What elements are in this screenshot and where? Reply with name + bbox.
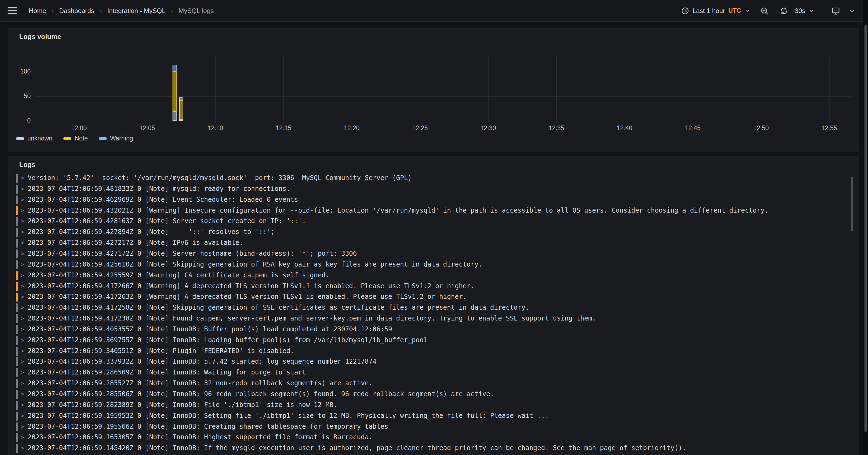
menu-icon[interactable] <box>8 6 18 16</box>
legend-item-unknown[interactable]: unknown <box>16 135 52 142</box>
expand-log-chevron-icon[interactable]: > <box>21 197 24 202</box>
log-row[interactable]: >2023-07-04T12:06:59.432021Z 0 [Warning]… <box>16 205 837 216</box>
breadcrumb-item-home[interactable]: Home <box>29 7 46 14</box>
expand-log-chevron-icon[interactable]: > <box>21 207 24 214</box>
log-row[interactable]: >2023-07-04T12:06:59.337932Z 0 [Note] In… <box>16 357 837 367</box>
grid-vline <box>488 56 489 123</box>
log-row[interactable]: >2023-07-04T12:06:59.417258Z 0 [Note] Sk… <box>16 303 837 314</box>
expand-log-chevron-icon[interactable]: > <box>21 326 24 332</box>
log-level-stripe-note <box>16 314 18 323</box>
expand-log-chevron-icon[interactable]: > <box>21 272 24 278</box>
log-line-text: 2023-07-04T12:06:59.417263Z 0 [Warning] … <box>28 293 467 300</box>
log-row[interactable]: >2023-07-04T12:06:59.285527Z 0 [Note] In… <box>16 378 837 389</box>
x-axis-label: 12:50 <box>746 125 776 132</box>
expand-log-chevron-icon[interactable]: > <box>21 240 24 246</box>
expand-log-chevron-icon[interactable]: > <box>21 229 24 235</box>
breadcrumb-item-dashboards[interactable]: Dashboards <box>59 7 94 14</box>
page-scrollbar-track <box>863 0 868 455</box>
expand-log-chevron-icon[interactable]: > <box>21 348 24 354</box>
log-row[interactable]: >2023-07-04T12:06:59.195566Z 0 [Note] In… <box>16 422 837 432</box>
log-line-text: 2023-07-04T12:06:59.286509Z 0 [Note] Inn… <box>28 368 306 376</box>
log-row[interactable]: >2023-07-04T12:06:59.165305Z 0 [Note] In… <box>16 432 837 443</box>
log-line-text: 2023-07-04T12:06:59.340551Z 0 [Note] Plu… <box>28 347 294 355</box>
log-row[interactable]: >2023-07-04T12:06:59.462969Z 0 [Note] Ev… <box>16 195 837 205</box>
log-row[interactable]: >2023-07-04T12:06:59.425559Z 0 [Warning]… <box>16 270 837 281</box>
log-row[interactable]: >2023-07-04T12:06:59.285506Z 0 [Note] In… <box>16 389 837 400</box>
y-axis-label: 50 <box>8 93 31 100</box>
expand-log-chevron-icon[interactable]: > <box>21 294 24 300</box>
nav-right: Last 1 hour UTC 30s <box>681 5 856 17</box>
expand-log-chevron-icon[interactable]: > <box>21 218 24 224</box>
expand-log-chevron-icon[interactable]: > <box>21 424 24 429</box>
monitor-icon[interactable] <box>831 6 840 15</box>
log-level-stripe-note <box>16 368 18 377</box>
logs-scrollbar-thumb[interactable] <box>851 177 853 231</box>
expand-log-chevron-icon[interactable]: > <box>21 413 24 419</box>
log-level-stripe-note <box>16 174 18 183</box>
legend-item-warning[interactable]: Warning <box>99 135 133 142</box>
y-axis-label: 100 <box>8 68 31 75</box>
log-level-stripe-note <box>16 422 18 431</box>
clock-icon <box>681 7 689 15</box>
expand-log-chevron-icon[interactable]: > <box>21 402 24 408</box>
expand-log-chevron-icon[interactable]: > <box>21 304 24 311</box>
log-line-text: 2023-07-04T12:06:59.427172Z 0 [Note] Ser… <box>28 250 357 257</box>
x-axis-label: 12:20 <box>337 125 367 132</box>
log-row[interactable]: >2023-07-04T12:06:59.145420Z 0 [Note] In… <box>16 443 837 454</box>
breadcrumb-separator: › <box>52 7 54 14</box>
time-range-picker[interactable]: Last 1 hour UTC <box>681 7 750 15</box>
log-level-stripe-note <box>16 379 18 388</box>
refresh-interval-dropdown[interactable]: 30s <box>795 7 814 14</box>
log-row[interactable]: >2023-07-04T12:06:59.195953Z 0 [Note] In… <box>16 411 837 422</box>
log-row[interactable]: >2023-07-04T12:06:59.340551Z 0 [Note] Pl… <box>16 346 837 357</box>
expand-log-chevron-icon[interactable]: > <box>21 251 24 257</box>
bar-segment-unknown <box>173 111 177 121</box>
expand-log-chevron-icon[interactable]: > <box>21 186 24 192</box>
log-row[interactable]: >2023-07-04T12:06:59.481833Z 0 [Note] my… <box>16 184 837 195</box>
expand-log-chevron-icon[interactable]: > <box>21 175 24 181</box>
log-row[interactable]: >2023-07-04T12:06:59.428163Z 0 [Note] Se… <box>16 216 837 227</box>
breadcrumb-item-integration-mysql[interactable]: Integration - MySQL <box>107 7 165 14</box>
log-row[interactable]: >2023-07-04T12:06:59.425610Z 0 [Note] Sk… <box>16 260 837 270</box>
log-level-stripe-note <box>16 325 18 334</box>
expand-log-chevron-icon[interactable]: > <box>21 261 24 267</box>
log-line-text: 2023-07-04T12:06:59.432021Z 0 [Warning] … <box>28 207 769 214</box>
log-line-text: 2023-07-04T12:06:59.417258Z 0 [Note] Ski… <box>28 304 529 311</box>
expand-log-chevron-icon[interactable]: > <box>21 434 24 440</box>
expand-log-chevron-icon[interactable]: > <box>21 391 24 397</box>
expand-log-chevron-icon[interactable]: > <box>21 380 24 386</box>
grid-vline <box>283 56 284 123</box>
log-row[interactable]: >2023-07-04T12:06:59.427172Z 0 [Note] Se… <box>16 249 837 260</box>
log-level-stripe-note <box>16 412 18 421</box>
expand-log-chevron-icon[interactable]: > <box>21 315 24 321</box>
log-row[interactable]: >2023-07-04T12:06:59.405355Z 0 [Note] In… <box>16 324 837 335</box>
timezone-label: UTC <box>728 7 741 14</box>
expand-log-chevron-icon[interactable]: > <box>21 369 24 375</box>
log-row[interactable]: >2023-07-04T12:06:59.417266Z 0 [Warning]… <box>16 281 837 292</box>
expand-log-chevron-icon[interactable]: > <box>21 358 24 364</box>
log-row[interactable]: >2023-07-04T12:06:59.427894Z 0 [Note] - … <box>16 227 837 238</box>
expand-log-chevron-icon[interactable]: > <box>21 337 24 343</box>
refresh-icon[interactable] <box>780 6 788 15</box>
expand-log-chevron-icon[interactable]: > <box>21 283 24 289</box>
expand-log-chevron-icon[interactable]: > <box>21 445 24 451</box>
log-row[interactable]: >2023-07-04T12:06:59.286509Z 0 [Note] In… <box>16 367 837 378</box>
log-row[interactable]: >2023-07-04T12:06:59.369755Z 0 [Note] In… <box>16 335 837 346</box>
log-row[interactable]: >2023-07-04T12:06:59.282389Z 0 [Note] In… <box>16 400 837 411</box>
chevron-down-icon <box>744 8 750 14</box>
chevron-down-icon[interactable] <box>848 7 856 14</box>
log-line-text: 2023-07-04T12:06:59.427217Z 0 [Note] IPv… <box>28 239 243 247</box>
page-scrollbar-thumb[interactable] <box>865 25 867 432</box>
log-row[interactable]: >Version: '5.7.42' socket: '/var/run/mys… <box>16 173 837 184</box>
log-row[interactable]: >2023-07-04T12:06:59.417238Z 0 [Note] Fo… <box>16 314 837 324</box>
log-row[interactable]: >2023-07-04T12:06:59.427217Z 0 [Note] IP… <box>16 238 837 249</box>
panel-title[interactable]: Logs <box>19 161 35 169</box>
zoom-out-icon[interactable] <box>760 6 769 15</box>
legend-item-note[interactable]: Note <box>63 135 88 142</box>
log-line-text: 2023-07-04T12:06:59.462969Z 0 [Note] Eve… <box>28 196 298 203</box>
logs-volume-plot[interactable]: 05010012:0012:0512:1012:1512:2012:2512:3… <box>8 29 859 152</box>
log-row[interactable]: >2023-07-04T12:06:59.417263Z 0 [Warning]… <box>16 292 837 303</box>
legend-color-pill <box>16 137 24 140</box>
x-axis-label: 12:55 <box>814 125 844 132</box>
x-axis-label: 12:05 <box>132 125 162 132</box>
